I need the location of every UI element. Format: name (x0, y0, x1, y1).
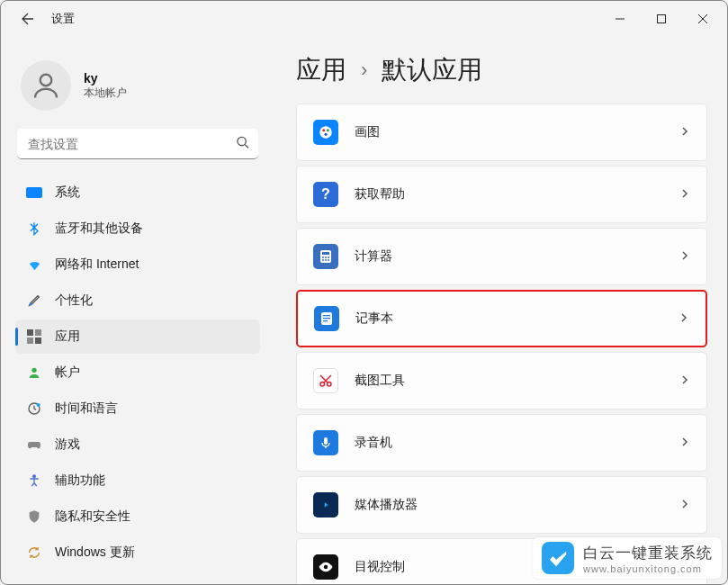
sidebar-item-system[interactable]: 系统 (15, 176, 260, 210)
app-item-label: 获取帮助 (355, 186, 679, 202)
app-item-recorder[interactable]: 录音机 (296, 414, 707, 472)
watermark-title: 白云一键重装系统 (583, 543, 713, 563)
svg-point-14 (327, 129, 329, 131)
media-icon (313, 492, 338, 518)
app-item-notepad[interactable]: 记事本 (296, 290, 707, 347)
app-item-label: 录音机 (355, 435, 679, 451)
sidebar-item-update[interactable]: Windows 更新 (15, 536, 260, 570)
app-item-paint[interactable]: 画图 (296, 104, 707, 161)
accounts-icon (27, 365, 41, 380)
svg-rect-4 (27, 329, 33, 336)
app-item-label: 截图工具 (355, 373, 679, 389)
paint-icon (313, 120, 338, 145)
svg-point-8 (31, 368, 36, 373)
recorder-icon (313, 430, 338, 455)
svg-rect-6 (27, 338, 33, 344)
svg-point-12 (319, 126, 332, 139)
app-item-gethelp[interactable]: ?获取帮助 (296, 166, 707, 223)
apps-icon (27, 329, 41, 344)
sidebar-item-label: 帐户 (55, 364, 80, 381)
svg-point-2 (238, 137, 246, 145)
watermark: 白云一键重装系统 www.baiyunxitong.com (533, 537, 722, 579)
gamepad-icon (26, 436, 42, 453)
chevron-right-icon: › (361, 58, 367, 82)
svg-point-32 (324, 565, 328, 570)
watermark-url: www.baiyunxitong.com (583, 563, 713, 574)
sidebar-item-apps[interactable]: 应用 (15, 320, 260, 354)
svg-rect-30 (324, 437, 328, 445)
svg-rect-27 (323, 320, 328, 321)
sidebar-item-label: 游戏 (55, 436, 80, 453)
sidebar-item-gaming[interactable]: 游戏 (15, 428, 260, 462)
svg-point-18 (322, 256, 324, 258)
svg-rect-17 (322, 252, 329, 255)
chevron-right-icon (679, 310, 689, 327)
chevron-right-icon (679, 124, 690, 140)
minimize-button[interactable] (599, 4, 641, 33)
sidebar-item-label: 个性化 (55, 292, 93, 309)
svg-point-21 (322, 259, 324, 261)
sidebar-item-accessibility[interactable]: 辅助功能 (15, 464, 260, 498)
breadcrumb-root[interactable]: 应用 (296, 53, 346, 87)
breadcrumb: 应用 › 默认应用 (296, 53, 707, 87)
chevron-right-icon (679, 248, 690, 265)
bluetooth-icon (27, 221, 41, 236)
app-item-label: 画图 (355, 124, 679, 140)
app-item-calculator[interactable]: 计算器 (296, 228, 707, 285)
eyecontrol-icon (313, 554, 338, 580)
settings-window: 设置 ky 本地帐户 (0, 0, 728, 585)
clock-icon (27, 401, 41, 416)
nav-list: 系统蓝牙和其他设备网络和 Internet个性化应用帐户时间和语言游戏辅助功能隐… (15, 176, 260, 570)
snip-icon (313, 368, 338, 393)
sidebar-item-time[interactable]: 时间和语言 (15, 392, 260, 426)
svg-point-20 (328, 256, 329, 258)
search-box[interactable] (17, 129, 258, 159)
svg-point-3 (30, 303, 32, 306)
shield-icon (27, 509, 41, 524)
svg-rect-7 (35, 338, 41, 344)
breadcrumb-current: 默认应用 (382, 53, 482, 87)
app-item-label: 计算器 (355, 248, 679, 265)
profile-block[interactable]: ky 本地帐户 (15, 46, 260, 129)
app-item-label: 记事本 (355, 310, 679, 327)
sidebar-item-accounts[interactable]: 帐户 (15, 356, 260, 390)
profile-name: ky (84, 71, 127, 86)
calculator-icon (313, 244, 338, 269)
back-button[interactable] (15, 6, 40, 32)
svg-point-15 (325, 133, 328, 136)
gethelp-icon: ? (313, 182, 338, 207)
sidebar-item-privacy[interactable]: 隐私和安全性 (15, 500, 260, 534)
svg-point-1 (40, 75, 52, 86)
svg-rect-5 (35, 329, 41, 336)
search-input[interactable] (17, 129, 258, 159)
content-area: 应用 › 默认应用 画图?获取帮助计算器记事本截图工具录音机媒体播放器目视控制 (271, 37, 727, 584)
sidebar-item-personalization[interactable]: 个性化 (15, 284, 260, 318)
sidebar-item-label: 隐私和安全性 (55, 508, 130, 525)
svg-point-10 (37, 403, 40, 407)
sidebar-item-network[interactable]: 网络和 Internet (15, 248, 260, 282)
wifi-icon (27, 257, 42, 273)
system-icon (26, 187, 42, 198)
brush-icon (27, 293, 41, 308)
close-button[interactable] (682, 4, 724, 33)
window-title: 设置 (51, 11, 75, 27)
svg-point-19 (325, 256, 327, 258)
sidebar-item-label: 系统 (55, 184, 80, 201)
svg-point-11 (33, 475, 36, 478)
avatar (21, 60, 71, 111)
sidebar-item-bluetooth[interactable]: 蓝牙和其他设备 (15, 212, 260, 246)
app-item-media[interactable]: 媒体播放器 (296, 476, 707, 534)
svg-point-13 (322, 129, 325, 131)
app-item-snip[interactable]: 截图工具 (296, 352, 707, 410)
sidebar: ky 本地帐户 系统蓝牙和其他设备网络和 Internet个性化应用帐户时间和语… (1, 37, 271, 584)
svg-rect-25 (323, 315, 330, 316)
chevron-right-icon (679, 435, 690, 451)
svg-point-22 (325, 259, 327, 261)
update-icon (27, 545, 41, 560)
accessibility-icon (27, 473, 41, 488)
search-icon (236, 136, 249, 153)
svg-point-23 (328, 259, 329, 261)
profile-sub: 本地帐户 (84, 86, 127, 101)
sidebar-item-label: 应用 (55, 328, 80, 345)
maximize-button[interactable] (641, 4, 682, 33)
